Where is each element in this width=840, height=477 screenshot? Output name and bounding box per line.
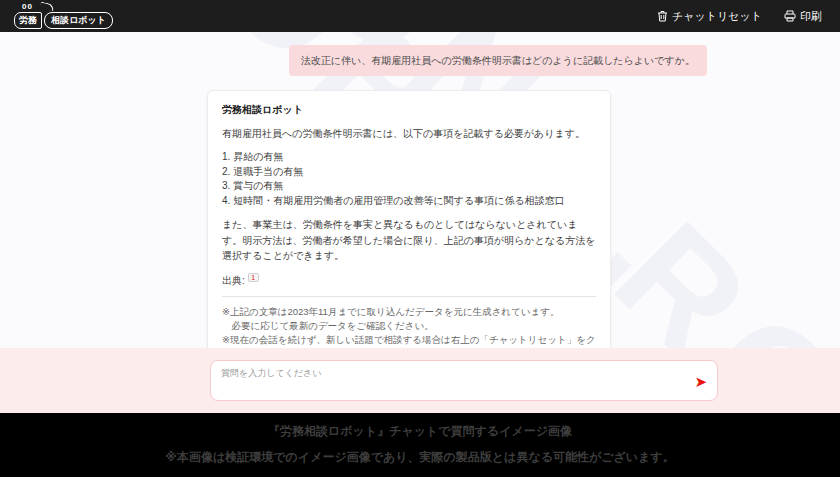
list-item: 退職手当の有無 xyxy=(222,165,596,180)
bot-paragraph: また、事業主は、労働条件を事実と異なるものとしてはならないとされています。明示方… xyxy=(222,217,596,264)
disclaimer-notes: ※上記の文章は2023年11月までに取り込んだデータを元に生成されています。 必… xyxy=(222,305,596,348)
list-item: 昇給の有無 xyxy=(222,150,596,165)
logo-robot-eyes: 00 xyxy=(22,2,33,11)
bot-message-card: 労務相談ロボット 有期雇用社員への労働条件明示書には、以下の事項を記載する必要が… xyxy=(207,90,611,348)
print-button[interactable]: 印刷 xyxy=(784,9,822,24)
chat-reset-label: チャットリセット xyxy=(672,9,762,24)
send-arrow-icon: ➤ xyxy=(694,372,707,389)
header-actions: チャットリセット 印刷 xyxy=(657,9,822,24)
input-strip: ➤ xyxy=(0,348,840,413)
list-item: 短時間・有期雇用労働者の雇用管理の改善等に関する事項に係る相談窓口 xyxy=(222,194,596,209)
source-line: 出典:1 xyxy=(222,273,596,288)
user-message-bubble: 法改正に伴い、有期雇用社員への労働条件明示書はどのように記載したらよいですか。 xyxy=(289,45,707,76)
app-logo: 00 労務 相談ロボット xyxy=(14,4,113,29)
footer-caption: 『労務相談ロボット』チャットで質問するイメージ画像 xyxy=(0,423,840,440)
print-label: 印刷 xyxy=(800,9,822,24)
question-input[interactable] xyxy=(221,367,677,394)
page-footer: 『労務相談ロボット』チャットで質問するイメージ画像 ※本画像は検証環境でのイメー… xyxy=(0,413,840,477)
bot-intro-text: 有期雇用社員への労働条件明示書には、以下の事項を記載する必要があります。 xyxy=(222,126,596,141)
chat-reset-button[interactable]: チャットリセット xyxy=(657,9,762,24)
source-label: 出典: xyxy=(222,275,245,286)
send-button[interactable]: ➤ xyxy=(694,373,707,388)
question-input-box: ➤ xyxy=(210,360,718,401)
app-header: 00 労務 相談ロボット チャットリセット 印刷 xyxy=(0,0,840,32)
source-footnote-badge[interactable]: 1 xyxy=(248,273,259,282)
printer-icon xyxy=(784,10,796,22)
footer-disclaimer: ※本画像は検証環境でのイメージ画像であり、実際の製品版とは異なる可能性がございま… xyxy=(0,449,840,466)
logo-robot-antenna-icon xyxy=(39,1,54,11)
list-item: 賞与の有無 xyxy=(222,179,596,194)
requirement-list: 昇給の有無 退職手当の有無 賞与の有無 短時間・有期雇用労働者の雇用管理の改善等… xyxy=(222,150,596,208)
card-divider xyxy=(222,296,596,297)
logo-text-soudan-robot: 相談ロボット xyxy=(44,12,113,29)
chat-thread: 法改正に伴い、有期雇用社員への労働条件明示書はどのように記載したらよいですか。 … xyxy=(207,32,707,348)
bot-name: 労務相談ロボット xyxy=(222,103,596,117)
trash-icon xyxy=(657,10,668,22)
logo-text-roumu: 労務 xyxy=(14,12,42,29)
chat-area: ROBON ROBON ROBON ROBON ROBON ROBON ROBO… xyxy=(0,32,840,348)
